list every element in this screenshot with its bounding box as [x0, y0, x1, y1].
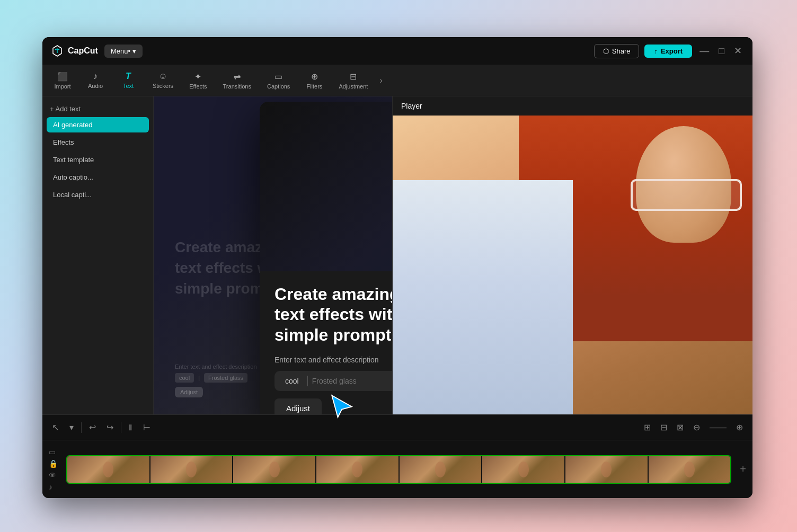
title-bar-actions: ⬡ Share ↑ Export — □ ✕	[594, 44, 744, 58]
input-cool-tag: cool	[281, 376, 303, 386]
content-area: + Add text AI generated Effects Text tem…	[42, 96, 752, 440]
captions-icon: ▭	[274, 72, 282, 82]
redo-button[interactable]: ↪	[103, 420, 117, 435]
stickers-icon: ☺	[158, 72, 167, 81]
snap-button[interactable]: ⊞	[641, 420, 654, 435]
export-button[interactable]: ↑ Export	[644, 45, 692, 58]
bt-icon-group: ⊞ ⊟ ⊠ ⊖ —— ⊕	[641, 420, 746, 435]
sidebar-item-ai-generated[interactable]: AI generated	[47, 117, 149, 132]
close-button[interactable]: ✕	[732, 45, 744, 57]
track-frames	[67, 456, 730, 483]
effects-icon: ✦	[194, 72, 201, 82]
modal-subtitle-row: Enter text and effect description ✦ Show…	[274, 354, 392, 365]
share-icon: ⬡	[603, 47, 609, 55]
player-image	[393, 116, 752, 438]
tl-audio-icon: ♪	[49, 483, 58, 491]
capcut-logo-icon	[51, 45, 64, 57]
app-window: CapCut Menu• ▾ ⬡ Share ↑ Export — □ ✕ ⬛ …	[42, 37, 752, 498]
trim-button[interactable]: ⊢	[140, 420, 154, 435]
player-label: Player	[393, 96, 752, 116]
timeline: ▭ 🔒 👁 ♪ Cover +	[42, 440, 752, 498]
undo-button[interactable]: ↩	[86, 420, 99, 435]
adjustment-icon: ⊟	[350, 72, 357, 82]
modal-subtitle: Enter text and effect description	[274, 356, 379, 364]
player-area: Player	[392, 96, 752, 440]
toolbar-stickers[interactable]: ☺ Stickers	[145, 68, 181, 92]
transitions-icon: ⇌	[234, 72, 241, 82]
bg-tag-cool: cool	[175, 373, 194, 383]
modal: Create amazing text effects with simple …	[260, 102, 392, 429]
import-icon: ⬛	[57, 72, 68, 82]
modal-content: Create amazing text effects with simple …	[260, 271, 392, 429]
bg-adjust-button[interactable]: Adijust	[175, 387, 203, 397]
add-text-item[interactable]: + Add text	[47, 103, 149, 115]
track-frame-7	[565, 456, 648, 483]
minimize-button[interactable]: —	[697, 46, 711, 57]
menu-button[interactable]: Menu• ▾	[104, 45, 143, 58]
split-button[interactable]: ⦀	[126, 421, 136, 435]
track-frame-6	[482, 456, 564, 483]
sidebar-item-local-caption[interactable]: Local capti...	[47, 187, 149, 202]
bg-tag-frosted: Frosted glass	[204, 373, 247, 383]
toolbar-divider-2	[121, 422, 121, 433]
logo-text: CapCut	[68, 46, 98, 56]
add-track-button[interactable]: +	[740, 463, 746, 475]
toolbar-import[interactable]: ⬛ Import	[47, 68, 78, 93]
track-frame-8	[649, 456, 731, 483]
modal-title: Create amazing text effects with simple …	[274, 284, 392, 345]
input-divider	[307, 376, 308, 386]
timeline-track: Cover	[66, 451, 731, 488]
editor-area: Create amazin text effects w simple prom…	[154, 96, 392, 440]
track-frame-5	[400, 456, 482, 483]
timeline-controls: ▭ 🔒 👁 ♪	[49, 448, 62, 491]
title-bar: CapCut Menu• ▾ ⬡ Share ↑ Export — □ ✕	[42, 37, 752, 65]
preview-button[interactable]: ⊠	[674, 420, 687, 435]
filters-icon: ⊕	[311, 72, 318, 82]
share-button[interactable]: ⬡ Share	[594, 44, 640, 58]
modal-image-area	[260, 102, 392, 271]
hoodie-shape	[393, 180, 573, 438]
bg-input-row: cool | Frosted glass	[175, 373, 257, 383]
tl-eye-icon: 👁	[49, 471, 58, 480]
toolbar-filters[interactable]: ⊕ Filters	[298, 68, 330, 93]
sidebar: + Add text AI generated Effects Text tem…	[42, 96, 154, 440]
toolbar-effects[interactable]: ✦ Effects	[182, 68, 214, 93]
timeline-right: +	[736, 463, 746, 475]
track-strip[interactable]	[66, 455, 731, 484]
modal-input-row[interactable]: cool ⇄	[274, 371, 392, 391]
toolbar-more-icon[interactable]: ›	[376, 73, 385, 88]
logo-area: CapCut	[51, 45, 98, 57]
sidebar-item-auto-caption[interactable]: Auto captio...	[47, 170, 149, 185]
effect-description-input[interactable]	[312, 377, 392, 385]
toolbar-adjustment[interactable]: ⊟ Adjustment	[331, 68, 375, 93]
toolbar-divider-1	[81, 422, 82, 433]
fit-button[interactable]: ⊕	[733, 420, 746, 435]
track-frame-1	[67, 456, 149, 483]
select-tool-button[interactable]: ↖	[49, 420, 62, 435]
zoom-out-button[interactable]: ⊖	[690, 420, 703, 435]
sidebar-item-effects[interactable]: Effects	[47, 135, 149, 150]
bg-input-area: Enter text and effect description cool |…	[175, 363, 257, 397]
glasses-shape	[631, 179, 742, 211]
toolbar-text[interactable]: T Text	[112, 68, 144, 92]
export-icon: ↑	[654, 47, 658, 55]
sidebar-item-text-template[interactable]: Text template	[47, 152, 149, 167]
toolbar-audio[interactable]: ♪ Audio	[79, 68, 111, 92]
track-frame-4	[316, 456, 398, 483]
audio-icon: ♪	[93, 72, 98, 81]
link-button[interactable]: ⊟	[657, 420, 670, 435]
toolbar-transitions[interactable]: ⇌ Transitions	[216, 68, 259, 93]
track-frame-2	[150, 456, 233, 483]
tl-video-icon: ▭	[49, 448, 58, 456]
text-icon: T	[126, 72, 131, 81]
toolbar-captions[interactable]: ▭ Captions	[260, 68, 297, 93]
select-dropdown-button[interactable]: ▾	[66, 420, 77, 435]
track-frame-3	[233, 456, 315, 483]
bottom-toolbar: ↖ ▾ ↩ ↪ ⦀ ⊢ ⊞ ⊟ ⊠ ⊖ —— ⊕	[42, 414, 752, 440]
zoom-slider-button[interactable]: ——	[706, 420, 730, 435]
cursor-icon	[329, 392, 355, 419]
maximize-button[interactable]: □	[716, 46, 727, 57]
tl-lock-icon: 🔒	[49, 459, 58, 468]
toolbar: ⬛ Import ♪ Audio T Text ☺ Stickers ✦ Eff…	[42, 65, 752, 96]
